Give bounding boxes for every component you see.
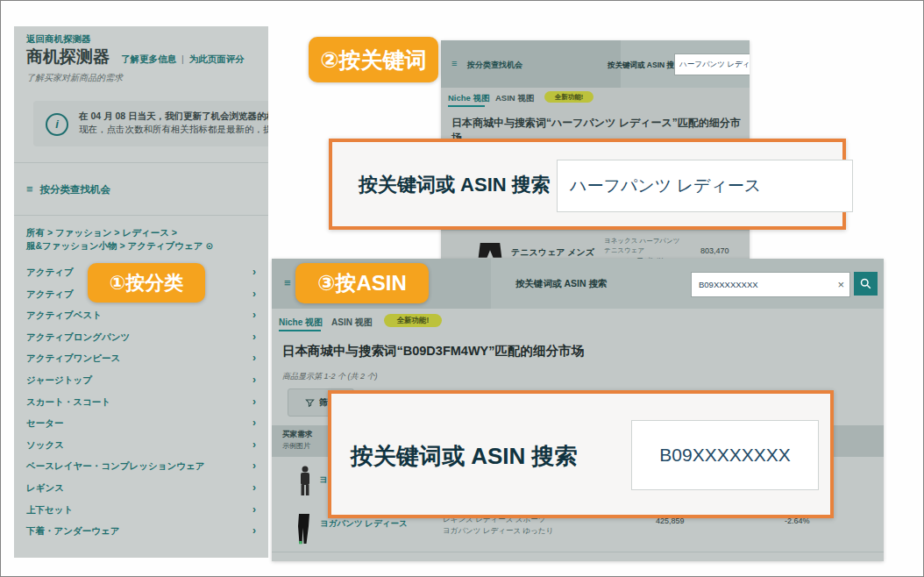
- asin-search-box: ×: [691, 272, 850, 297]
- keyword-search-callout: 按关键词或 ASIN 搜索 ハーフパンツ レディース: [329, 139, 846, 230]
- niche-name[interactable]: ヨ: [319, 474, 328, 486]
- niche-keyword: ヨガパンツ レディース ゆったり: [443, 525, 553, 537]
- hamburger-icon[interactable]: ≡: [284, 276, 291, 289]
- category-label: ベースレイヤー・コンプレッションウェア: [26, 460, 204, 471]
- page-title: 商机探测器: [26, 46, 110, 68]
- clear-search-icon[interactable]: ×: [832, 278, 849, 291]
- info-line1: 在 04 月 08 日当天，我们更新了机会浏览器的相关: [79, 110, 268, 123]
- sidebar-category-item[interactable]: 下着・アンダーウェア›: [14, 520, 268, 542]
- back-link[interactable]: 返回商机探测器: [26, 33, 91, 46]
- chevron-right-icon: ›: [252, 369, 256, 391]
- category-label: 下着・アンダーウェア: [26, 525, 119, 536]
- breadcrumb-line2: 服&ファッション小物 > アクティブウェア ⊙: [26, 239, 213, 253]
- sidebar-category-item[interactable]: アクティブベスト›: [14, 304, 268, 326]
- search-label: 按关键词或 ASIN 搜索: [515, 278, 607, 290]
- search-button[interactable]: [854, 272, 878, 296]
- sidebar-category-item[interactable]: ベースレイヤー・コンプレッションウェア›: [14, 455, 268, 477]
- tab-niche-view[interactable]: Niche 视图: [448, 93, 490, 104]
- chevron-right-icon: ›: [252, 477, 256, 499]
- chevron-right-icon: ›: [252, 455, 256, 477]
- sidebar-category-item[interactable]: アクティブロングパンツ›: [14, 326, 268, 348]
- info-banner: i 在 04 月 08 日当天，我们更新了机会浏览器的相关 现在，点击次数和所有…: [33, 101, 268, 146]
- keyword-search-input[interactable]: [675, 60, 750, 70]
- chevron-right-icon: ›: [252, 261, 256, 283]
- new-feature-badge: 全新功能!: [544, 91, 593, 103]
- divider: [14, 162, 268, 163]
- magnifier-icon: [859, 277, 872, 290]
- browse-by-category-menu[interactable]: ≡按分类查找机会: [26, 182, 110, 196]
- sidebar-category-item[interactable]: セーター›: [14, 412, 268, 434]
- category-label: アクティブ: [26, 288, 74, 299]
- chevron-right-icon: ›: [252, 412, 256, 434]
- hamburger-icon: ≡: [26, 182, 33, 196]
- niche-name[interactable]: テニスウェア メンズ: [511, 246, 594, 259]
- category-list: アクティブ›アクティブ›アクティブベスト›アクティブロングパンツ›アクティブワン…: [14, 261, 268, 542]
- page-subtitle: 了解买家对新商品的需求: [26, 72, 123, 84]
- category-label: レギンス: [26, 482, 64, 493]
- hamburger-icon[interactable]: ≡: [451, 58, 457, 68]
- asin-search-input[interactable]: [692, 279, 832, 290]
- chevron-right-icon: ›: [252, 326, 256, 348]
- column-header-line2: 示例图片: [282, 441, 310, 451]
- chevron-right-icon: ›: [252, 347, 256, 369]
- step3-by-asin-badge: ③按ASIN: [295, 263, 429, 303]
- chevron-right-icon: ›: [252, 304, 256, 326]
- niche-name[interactable]: ヨガパンツ レディース: [320, 518, 408, 530]
- info-line2: 现在，点击次数和所有相关指标都是最新的，提供: [79, 123, 268, 136]
- category-label: アクティブワンピース: [26, 353, 120, 363]
- category-label: セーター: [26, 417, 64, 428]
- category-label: アクティブベスト: [26, 310, 102, 320]
- sidebar-category-item[interactable]: ジャージトップ›: [14, 369, 268, 391]
- divider: [272, 552, 884, 552]
- callout-asin-value: B09XXXXXXXX: [631, 420, 819, 490]
- asin-results-title: 日本商城中与搜索词“B09D3FM4WY”匹配的细分市场: [282, 343, 584, 360]
- chevron-right-icon: ›: [252, 499, 256, 521]
- sidebar-category-item[interactable]: スカート・スコート›: [14, 391, 268, 413]
- step2-by-keyword-badge: ②按关键词: [309, 37, 438, 82]
- browse-menu-label[interactable]: 按分类查找机会: [467, 60, 522, 71]
- step1-by-category-badge: ①按分类: [88, 263, 205, 303]
- tab-asin-view[interactable]: ASIN 视图: [331, 317, 373, 329]
- category-label: アクティブロングパンツ: [26, 331, 130, 342]
- sidebar-category-item[interactable]: 上下セット›: [14, 499, 268, 521]
- sidebar-category-item[interactable]: レギンス›: [14, 477, 268, 499]
- chevron-right-icon: ›: [252, 283, 256, 305]
- callout-search-label: 按关键词或 ASIN 搜索: [351, 441, 578, 472]
- breadcrumb-line1: 所有 > ファッション > レディース >: [26, 226, 213, 239]
- new-feature-badge: 全新功能!: [384, 314, 442, 327]
- chevron-right-icon: ›: [252, 434, 256, 456]
- asin-search-callout: 按关键词或 ASIN 搜索 B09XXXXXXXX: [328, 390, 834, 518]
- learn-more-link[interactable]: 了解更多信息: [121, 53, 176, 64]
- chevron-right-icon: ›: [252, 391, 256, 413]
- sidebar-category-item[interactable]: ソックス›: [14, 434, 268, 456]
- search-label: 按关键词或 ASIN 搜索: [608, 61, 682, 71]
- sidebar-category-item[interactable]: アクティブワンピース›: [14, 347, 268, 369]
- link-separator: |: [181, 53, 184, 64]
- model-thumbnail: [296, 466, 314, 497]
- category-label: ジャージトップ: [26, 374, 92, 385]
- chevron-right-icon: ›: [252, 520, 256, 542]
- keyword-panel-header: ≡ 按分类查找机会 按关键词或 ASIN 搜索: [441, 40, 750, 88]
- niche-keyword: テニスウェア: [604, 246, 679, 255]
- active-tab-underline: [448, 105, 485, 107]
- funnel-icon: [305, 398, 315, 408]
- info-icon: i: [46, 113, 68, 136]
- leggings-thumbnail: [296, 512, 312, 545]
- breadcrumb[interactable]: 所有 > ファッション > レディース > 服&ファッション小物 > アクティブ…: [26, 226, 213, 253]
- niche-keyword: ヨネックス ハーフパンツ: [604, 236, 679, 246]
- category-label: アクティブ: [26, 267, 74, 277]
- tab-asin-view[interactable]: ASIN 视图: [495, 93, 534, 104]
- category-label: スカート・スコート: [26, 396, 110, 407]
- divider: [14, 215, 268, 216]
- tab-niche-view[interactable]: Niche 视图: [279, 317, 323, 329]
- category-label: 上下セット: [26, 504, 73, 515]
- keyword-search-box: [674, 53, 750, 75]
- screenshot-canvas: 返回商机探测器 商机探测器 了解更多信息|为此页面评分 了解买家对新商品的需求 …: [0, 0, 924, 577]
- active-tab-underline: [279, 330, 321, 331]
- category-label: ソックス: [26, 439, 64, 450]
- browse-menu-label: 按分类查找机会: [40, 184, 111, 195]
- results-count-text: 商品显示第 1-2 个 (共 2 个): [282, 371, 378, 382]
- title-links: 了解更多信息|为此页面评分: [121, 53, 245, 66]
- rate-page-link[interactable]: 为此页面评分: [189, 53, 245, 64]
- search-volume-value: 803,470: [700, 246, 729, 255]
